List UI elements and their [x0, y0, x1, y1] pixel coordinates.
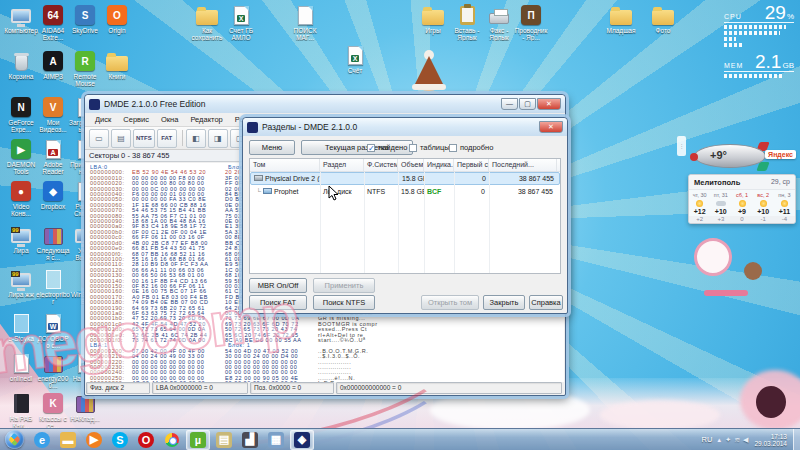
weather-city[interactable]: Мелитополь [694, 178, 740, 187]
desktop-icon[interactable]: ПОИСК МАГ... [288, 4, 322, 41]
desktop-icon[interactable]: onlinedl [4, 352, 38, 389]
taskbar-app[interactable]: e [30, 430, 54, 450]
language-indicator[interactable]: RU [702, 435, 713, 444]
taskbar-app[interactable]: ◈ [290, 430, 314, 450]
menu-item-Редактор[interactable]: Редактор [184, 115, 228, 124]
button-Поиск FAT[interactable]: Поиск FAT [249, 295, 307, 310]
taskbar-app[interactable] [160, 430, 184, 450]
desktop-icon[interactable]: Вставь - Ярлык [450, 4, 484, 41]
taskbar-app[interactable]: µ [186, 430, 210, 450]
dialog-close-button[interactable]: ✕ [539, 121, 563, 133]
desktop-icon[interactable]: WДОГОВОР о с... [36, 312, 70, 349]
desktop-icon[interactable]: Фото [646, 4, 680, 41]
column-header-2[interactable]: Ф.Система [364, 159, 398, 171]
yandex-logo[interactable]: Яндекс [765, 150, 796, 159]
taskbar-app[interactable]: S [108, 430, 132, 450]
start-button[interactable] [5, 430, 24, 449]
checkbox-box[interactable]: ✓ [367, 144, 375, 152]
desktop-icon[interactable]: Игры [416, 4, 450, 41]
partition-row[interactable]: Physical Drive 2 (15.8 GB /e...15.8 GB03… [250, 172, 560, 185]
desktop-icon[interactable]: ППроводник - Яр... [514, 4, 548, 41]
tray-icon[interactable]: ≋ [734, 436, 740, 444]
desktop-icon[interactable]: Факс - Ярлык [482, 4, 516, 41]
menu-button[interactable]: Меню [249, 140, 295, 155]
forecast-day[interactable]: пт, 31+10+3 [710, 190, 731, 223]
toolbar-button[interactable]: ◨ [208, 129, 228, 148]
desktop-icon[interactable]: Как сохранить [190, 4, 224, 41]
desktop-icon[interactable]: ◆Dropbox [36, 180, 70, 217]
column-header-6[interactable]: Последний... [489, 159, 557, 171]
button-Поиск NTFS[interactable]: Поиск NTFS [313, 295, 375, 310]
dmde-titlebar[interactable]: DMDE 2.1.0.0 Free Edition — ▢ ✕ [85, 95, 565, 113]
tray-icon[interactable]: ◀ [743, 436, 748, 444]
desktop-icon[interactable]: XСчёт [338, 44, 372, 81]
partitions-table[interactable]: ТомРазделФ.СистемаОбъемИндика...Первый с… [249, 158, 561, 274]
forecast-day[interactable]: сб, 1+90 [731, 190, 752, 223]
toolbar-button[interactable]: ▭ [89, 129, 109, 148]
tray-expand-icon[interactable]: ▲ [716, 437, 722, 443]
column-header-3[interactable]: Объем [398, 159, 424, 171]
desktop-icon[interactable]: OOrigin [100, 4, 134, 41]
desktop-icon[interactable]: energy2000... [36, 352, 70, 389]
button-Закрыть[interactable]: Закрыть [483, 295, 525, 310]
tray-icon[interactable]: ✦ [725, 436, 731, 444]
close-button[interactable]: ✕ [537, 98, 561, 110]
desktop-icon[interactable]: 99Лира жж [4, 268, 38, 305]
menu-item-Окна[interactable]: Окна [155, 115, 184, 124]
taskbar-app[interactable]: ▤ [212, 430, 236, 450]
partition-row[interactable]: └ProphetЛог. дискNTFS15.8 GBBCF038 867 4… [250, 185, 560, 198]
desktop-icon[interactable]: Компьютер [4, 4, 38, 41]
forecast-day[interactable]: чт, 30+12+2 [689, 190, 710, 223]
desktop-icon[interactable]: Корзина [4, 50, 38, 87]
gadget-handle[interactable]: ⋮ [677, 136, 686, 156]
column-header-4[interactable]: Индика... [424, 159, 454, 171]
desktop-icon[interactable]: НАКлад... [68, 392, 102, 429]
desktop-icon[interactable]: ▶DAEMON Tools [4, 138, 38, 175]
taskbar[interactable]: e▬▶SOµ▤▟▦◈ RU ▲ ✦≋◀ 17:13 29.03.2014 [0, 428, 800, 450]
toolbar-button[interactable]: ◧ [186, 129, 206, 148]
taskbar-app[interactable]: ▦ [264, 430, 288, 450]
desktop-icon[interactable]: NGeForce Expe... [4, 96, 38, 133]
clock[interactable]: 17:13 29.03.2014 [754, 433, 787, 447]
dialog-titlebar[interactable]: Разделы - DMDE 2.1.0.0 ✕ [243, 118, 567, 136]
button-Справка[interactable]: Справка [529, 295, 563, 310]
forecast-day[interactable]: пн, 3+11-4 [774, 190, 795, 223]
column-header-0[interactable]: Том [250, 159, 320, 171]
desktop-icon[interactable]: electropribor [36, 268, 70, 305]
forecast-day[interactable]: вс, 2+10-1 [753, 190, 774, 223]
checkbox-box[interactable] [449, 144, 457, 152]
column-header-1[interactable]: Раздел [320, 159, 364, 171]
desktop-icon[interactable]: 64AIDA64 Extre... [36, 4, 70, 41]
desktop-icon[interactable]: 99Лира [4, 224, 38, 261]
desktop-icon[interactable]: AAdobe Reader [36, 138, 70, 175]
taskbar-app[interactable]: ▬ [56, 430, 80, 450]
desktop-icon[interactable]: Книги [100, 50, 134, 87]
desktop-icon[interactable]: SSkyDrive [68, 4, 102, 41]
cpu-gadget[interactable]: CPU 29 % MEM 2.1 GB [724, 4, 794, 78]
partitions-dialog[interactable]: Разделы - DMDE 2.1.0.0 ✕ Меню Текущая ра… [242, 117, 568, 314]
checkbox-box[interactable] [409, 144, 417, 152]
toolbar-button[interactable]: FAT [157, 129, 177, 148]
taskbar-app[interactable]: O [134, 430, 158, 450]
desktop-icon[interactable]: XСчет ГБ АМЛО [224, 4, 258, 41]
menu-item-Сервис[interactable]: Сервис [117, 115, 155, 124]
desktop-icon[interactable]: e-Stoyka [4, 312, 38, 349]
desktop-icon[interactable]: На РАБ Кни... [4, 392, 38, 429]
checkbox-найдено[interactable]: ✓найдено [367, 143, 407, 152]
toolbar-button[interactable]: NTFS [133, 129, 155, 148]
button-MBR On/Off[interactable]: MBR On/Off [249, 278, 307, 293]
taskbar-app[interactable]: ▟ [238, 430, 262, 450]
maximize-button[interactable]: ▢ [519, 98, 536, 110]
desktop-icon[interactable]: AAIMP3 [36, 50, 70, 87]
desktop-icon[interactable]: ●Video Конв... [4, 180, 38, 217]
taskbar-app[interactable]: ▶ [82, 430, 106, 450]
weather-gadget[interactable]: +9° Яндекс Мелитополь 29, ср чт, 30+12+2… [688, 140, 796, 224]
desktop-icon[interactable]: KКлассы с се... [36, 392, 70, 429]
minimize-button[interactable]: — [501, 98, 518, 110]
checkbox-подробно[interactable]: подробно [449, 143, 493, 152]
column-header-5[interactable]: Первый се... [454, 159, 489, 171]
toolbar-button[interactable]: ▤ [111, 129, 131, 148]
menu-item-Диск[interactable]: Диск [89, 115, 117, 124]
desktop-icon[interactable]: RRemote Mouse [68, 50, 102, 87]
desktop-icon[interactable]: VМои Видеоз... [36, 96, 70, 133]
